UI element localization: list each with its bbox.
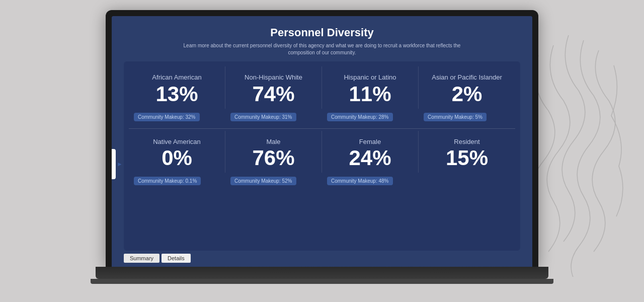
stat-non-hispanic-white: Non-Hispanic White 74% [225,66,322,109]
laptop-screen: Personnel Diversity Learn more about the… [112,16,532,267]
stat-value-non-hispanic-white: 74% [230,84,316,105]
community-badge-row-1: Community Makeup: 32% Community Makeup: … [129,109,515,124]
badge-pill-african-american: Community Makeup: 32% [134,113,200,121]
stat-value-native-american: 0% [134,147,220,169]
badge-pill-non-hispanic-white: Community Makeup: 31% [230,113,296,121]
badge-pill-asian-pacific: Community Makeup: 5% [424,113,487,121]
stats-container: African American 13% Non-Hispanic White … [124,61,520,251]
stat-african-american: African American 13% [129,66,225,109]
badge-asian-pacific: Community Makeup: 5% [421,110,513,123]
badge-non-hispanic-white: Community Makeup: 31% [227,110,320,123]
bottom-tabs: Summary Details [117,251,527,267]
stat-native-american: Native American 0% [129,131,225,173]
scroll-arrow-icon: ► [117,161,123,168]
stat-label-native-american: Native American [134,138,220,146]
stat-value-female: 24% [327,147,413,169]
tab-summary[interactable]: Summary [124,254,159,263]
tab-details[interactable]: Details [162,254,191,263]
stat-value-male: 76% [230,147,316,169]
stat-label-hispanic-latino: Hispanic or Latino [327,73,413,82]
stat-hispanic-latino: Hispanic or Latino 11% [322,66,419,109]
stat-value-hispanic-latino: 11% [327,84,413,105]
divider [129,128,515,129]
laptop-container: Personnel Diversity Learn more about the… [96,10,548,292]
badge-female: Community Makeup: 48% [324,174,417,187]
page-title: Personnel Diversity [122,26,522,39]
laptop-foot [91,279,553,284]
stat-label-female: Female [327,138,413,146]
screen-content: Personnel Diversity Learn more about the… [112,16,532,267]
main-content: ► African American 13% Non-Hispanic Whit… [112,61,532,267]
badge-african-american: Community Makeup: 32% [131,110,223,123]
badge-pill-female: Community Makeup: 48% [327,177,393,185]
screen-bezel: Personnel Diversity Learn more about the… [106,10,538,267]
badge-male: Community Makeup: 52% [227,174,320,187]
page-subtitle: Learn more about the current personnel d… [171,42,473,56]
stat-resident: Resident 15% [419,131,515,173]
stat-label-non-hispanic-white: Non-Hispanic White [230,73,316,82]
stat-female: Female 24% [322,131,419,173]
stat-value-african-american: 13% [134,84,220,105]
stat-label-male: Male [230,138,316,146]
badge-native-american: Community Makeup: 0.1% [131,174,223,187]
badge-pill-male: Community Makeup: 52% [230,177,296,185]
scroll-indicator [112,149,116,179]
stat-value-asian-pacific: 2% [424,84,510,105]
header-area: Personnel Diversity Learn more about the… [112,16,532,61]
stat-label-asian-pacific: Asian or Pacific Islander [424,73,510,82]
badge-pill-native-american: Community Makeup: 0.1% [134,177,201,185]
stat-label-african-american: African American [134,73,220,82]
badge-resident [421,174,513,187]
stats-row-2: Native American 0% Male 76% Female 24% [129,131,515,173]
stat-asian-pacific: Asian or Pacific Islander 2% [419,66,515,109]
stat-label-resident: Resident [424,138,510,146]
stat-value-resident: 15% [424,147,510,169]
community-badge-row-2: Community Makeup: 0.1% Community Makeup:… [129,173,515,188]
badge-hispanic-latino: Community Makeup: 28% [324,110,417,123]
laptop-base [96,267,548,279]
badge-pill-hispanic-latino: Community Makeup: 28% [327,113,393,121]
stat-male: Male 76% [225,131,322,173]
stats-row-1: African American 13% Non-Hispanic White … [129,66,515,109]
